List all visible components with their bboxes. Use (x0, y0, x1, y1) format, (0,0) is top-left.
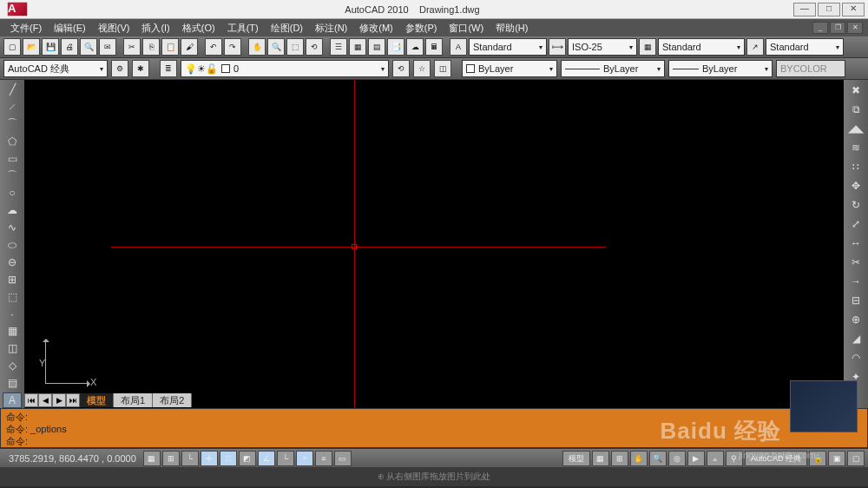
mleader-style-dropdown[interactable]: Standard▾ (766, 38, 844, 56)
arc-tool-icon[interactable]: ⌒ (3, 168, 22, 183)
layer-manager-icon[interactable]: ≣ (160, 60, 177, 77)
workspace-dropdown[interactable]: AutoCAD 经典▾ (3, 60, 108, 77)
menu-dimension[interactable]: 标注(N) (310, 20, 352, 36)
workspace-save-icon[interactable]: ✱ (132, 60, 149, 77)
mtext-tool-icon[interactable]: A (3, 392, 22, 408)
circle-tool-icon[interactable]: ○ (3, 185, 22, 201)
design-center-icon[interactable]: ▦ (349, 38, 366, 56)
gradient-tool-icon[interactable]: ◫ (3, 340, 22, 356)
zoom-window-icon[interactable]: ⬚ (286, 38, 304, 56)
text-style-dropdown[interactable]: Standard▾ (469, 38, 547, 56)
ellipse-tool-icon[interactable]: ⬭ (3, 237, 22, 253)
join-tool-icon[interactable]: ⊕ (846, 311, 865, 328)
array-tool-icon[interactable]: ∷ (846, 158, 865, 175)
trim-tool-icon[interactable]: ✂ (846, 254, 865, 271)
publish-icon[interactable]: ✉ (99, 38, 116, 56)
otrack-toggle[interactable]: ∠ (258, 451, 275, 466)
table-style-dropdown[interactable]: Standard▾ (658, 38, 745, 56)
menu-window[interactable]: 窗口(W) (444, 20, 489, 36)
mleader-style-icon[interactable]: ↗ (746, 38, 764, 56)
undo-icon[interactable]: ↶ (205, 38, 222, 56)
steering-wheel-icon[interactable]: ◎ (668, 451, 686, 466)
hardware-accel-icon[interactable]: ▣ (828, 451, 845, 466)
redo-icon[interactable]: ↷ (224, 38, 241, 56)
qview-layouts-icon[interactable]: ▦ (592, 451, 609, 466)
table-style-icon[interactable]: ▦ (639, 38, 656, 56)
lwt-toggle[interactable]: ≡ (315, 451, 332, 466)
status-zoom-icon[interactable]: 🔍 (649, 451, 667, 466)
menu-draw[interactable]: 绘图(D) (266, 20, 308, 36)
scale-tool-icon[interactable]: ⤢ (846, 215, 865, 233)
tab-first-icon[interactable]: ⏮ (24, 393, 38, 407)
rect-tool-icon[interactable]: ▭ (3, 151, 22, 167)
menu-file[interactable]: 文件(F) (5, 20, 47, 36)
layer-iso-icon[interactable]: ◫ (434, 60, 451, 77)
menu-format[interactable]: 格式(O) (177, 20, 220, 36)
cline-tool-icon[interactable]: ⟋ (3, 99, 22, 115)
ortho-toggle[interactable]: └ (181, 451, 199, 466)
status-pan-icon[interactable]: ✋ (630, 451, 648, 466)
grid-toggle[interactable]: ⊞ (162, 451, 180, 466)
print-icon[interactable]: 🖨 (61, 38, 78, 56)
minimize-button[interactable]: — (793, 3, 816, 16)
match-icon[interactable]: 🖌 (181, 38, 198, 56)
menu-tools[interactable]: 工具(T) (222, 20, 264, 36)
menu-modify[interactable]: 修改(M) (354, 20, 398, 36)
properties-icon[interactable]: ☰ (330, 38, 347, 56)
menu-help[interactable]: 帮助(H) (490, 20, 533, 36)
workspace-settings-icon[interactable]: ⚙ (111, 60, 128, 77)
revcloud-tool-icon[interactable]: ☁ (3, 202, 22, 218)
tab-prev-icon[interactable]: ◀ (38, 393, 52, 407)
insert-block-icon[interactable]: ⊞ (3, 272, 22, 287)
markup-icon[interactable]: ☁ (406, 38, 424, 56)
cut-icon[interactable]: ✂ (123, 38, 141, 56)
line-tool-icon[interactable]: ╱ (3, 82, 22, 97)
copy-icon[interactable]: ⎘ (142, 38, 160, 56)
mirror-tool-icon[interactable]: ◢◣ (846, 120, 865, 137)
point-tool-icon[interactable]: · (3, 307, 22, 322)
zoom-prev-icon[interactable]: ⟲ (306, 38, 323, 56)
showmotion-icon[interactable]: ▶ (687, 451, 705, 466)
hatch-tool-icon[interactable]: ▦ (3, 323, 22, 339)
menu-view[interactable]: 视图(V) (93, 20, 135, 36)
layer-dropdown[interactable]: 💡 ☀ 🔓 0 ▾ (181, 60, 389, 77)
snap-toggle[interactable]: ▦ (143, 451, 161, 466)
pline-tool-icon[interactable]: ⌒ (3, 116, 22, 132)
tab-next-icon[interactable]: ▶ (52, 393, 66, 407)
copy-tool-icon[interactable]: ⧉ (846, 101, 865, 118)
layer-prev-icon[interactable]: ⟲ (392, 60, 410, 77)
extend-tool-icon[interactable]: → (846, 273, 865, 290)
calc-icon[interactable]: 🖩 (425, 38, 443, 56)
table-tool-icon[interactable]: ▤ (3, 375, 22, 391)
clean-screen-icon[interactable]: ▢ (847, 451, 865, 466)
ducs-toggle[interactable]: └ (277, 451, 294, 466)
plotstyle-dropdown[interactable]: BYCOLOR (776, 60, 845, 77)
zoom-icon[interactable]: 🔍 (267, 38, 285, 56)
spline-tool-icon[interactable]: ∿ (3, 220, 22, 235)
dyn-toggle[interactable]: + (296, 451, 313, 466)
dim-style-icon[interactable]: ⟼ (549, 38, 566, 56)
close-button[interactable]: ✕ (842, 3, 865, 16)
qp-toggle[interactable]: ▭ (334, 451, 352, 466)
doc-restore-button[interactable]: ❐ (830, 22, 845, 34)
new-icon[interactable]: ▢ (3, 38, 21, 56)
tool-palette-icon[interactable]: ▤ (368, 38, 385, 56)
sheet-set-icon[interactable]: 📑 (387, 38, 404, 56)
offset-tool-icon[interactable]: ≋ (846, 139, 865, 156)
polar-toggle[interactable]: ✛ (201, 451, 218, 466)
tab-model[interactable]: 模型 (80, 393, 114, 407)
tab-layout1[interactable]: 布局1 (114, 393, 153, 407)
qview-drawings-icon[interactable]: ⊞ (611, 451, 628, 466)
paste-icon[interactable]: 📋 (161, 38, 179, 56)
stretch-tool-icon[interactable]: ↔ (846, 234, 865, 252)
annotation-scale-icon[interactable]: ⟁ (707, 451, 724, 466)
coordinates-display[interactable]: 3785.2919, 860.4470 , 0.0000 (3, 453, 141, 464)
model-space-label[interactable]: 模型 (562, 451, 590, 466)
region-tool-icon[interactable]: ◇ (3, 358, 22, 373)
doc-min-button[interactable]: _ (812, 22, 828, 34)
osnap-toggle[interactable]: □ (220, 451, 237, 466)
save-icon[interactable]: 💾 (42, 38, 59, 56)
maximize-button[interactable]: □ (818, 3, 840, 16)
chamfer-tool-icon[interactable]: ◢ (846, 330, 865, 347)
drawing-canvas[interactable]: Y X ⏮ ◀ ▶ ⏭ 模型 布局1 布局2 (24, 80, 844, 408)
